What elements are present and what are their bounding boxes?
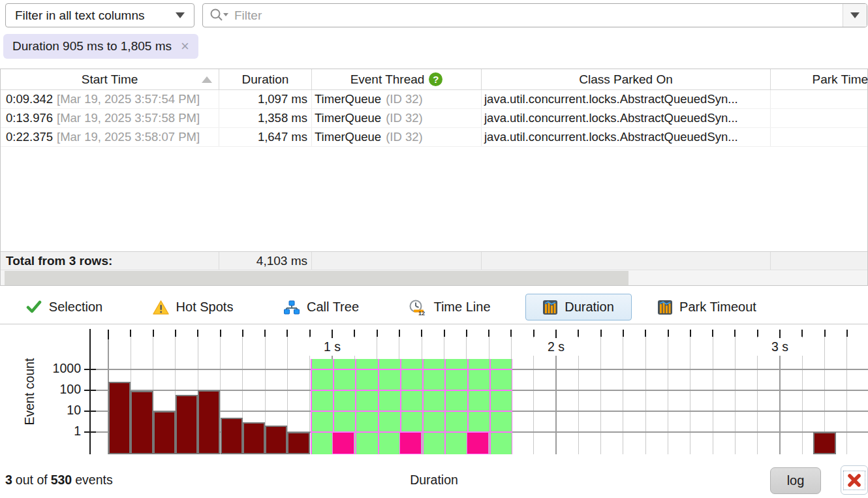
x-tick xyxy=(712,330,713,337)
y-tick xyxy=(84,431,96,433)
table-row[interactable]: 0:13.976[Mar 19, 2025 3:57:58 PM] 1,358 … xyxy=(1,109,867,128)
search-icon xyxy=(209,8,229,23)
tab-hot-spots[interactable]: Hot Spots xyxy=(129,294,257,320)
x-gridline xyxy=(131,337,131,454)
histogram-icon xyxy=(658,300,672,315)
selection-gridline xyxy=(489,359,491,454)
x-tick xyxy=(510,330,512,337)
x-tick xyxy=(309,330,311,337)
column-header-start-time[interactable]: Start Time xyxy=(1,69,219,89)
duration-filter-chip[interactable]: Duration 905 ms to 1,805 ms × xyxy=(3,34,198,59)
duration-value: 1,358 ms xyxy=(258,111,307,125)
tab-time-line[interactable]: 12 Time Line xyxy=(386,294,514,321)
help-icon[interactable]: ? xyxy=(429,72,442,86)
x-gridline xyxy=(108,337,109,454)
cell-event-thread: TimerQueue(ID 32) xyxy=(312,109,482,127)
histogram-bar[interactable] xyxy=(287,432,309,454)
table-row[interactable]: 0:09.342[Mar 19, 2025 3:57:54 PM] 1,097 … xyxy=(1,90,867,109)
close-view-button[interactable] xyxy=(841,465,868,495)
column-header-park-timeout[interactable]: Park Timeout xyxy=(771,69,868,89)
start-time-detail: [Mar 19, 2025 3:57:54 PM] xyxy=(57,92,200,106)
histogram-bar[interactable] xyxy=(153,411,176,454)
histogram-bar[interactable] xyxy=(221,418,243,454)
remove-filter-icon[interactable]: × xyxy=(181,39,189,54)
histogram-bar[interactable] xyxy=(131,391,153,454)
log-scale-toggle-button[interactable]: log xyxy=(770,467,821,494)
events-table: Start Time Duration Event Thread ? Class… xyxy=(0,69,868,286)
chevron-down-icon xyxy=(176,12,185,18)
y-gridline xyxy=(90,390,868,391)
x-gridline xyxy=(600,337,601,454)
histogram-bar[interactable] xyxy=(265,426,287,454)
x-gridline xyxy=(444,337,444,454)
tab-call-tree[interactable]: Call Tree xyxy=(257,294,386,320)
start-time-value: 0:09.342 xyxy=(6,92,53,106)
x-gridline xyxy=(265,337,266,454)
x-axis-title: Duration xyxy=(0,473,868,488)
histogram-bar[interactable] xyxy=(176,395,198,454)
x-tick xyxy=(533,330,535,337)
histogram-bar[interactable] xyxy=(198,390,220,454)
tab-selection[interactable]: Selection xyxy=(0,294,129,320)
column-header-event-thread[interactable]: Event Thread ? xyxy=(312,69,482,89)
clock-icon: 12 xyxy=(409,300,426,315)
y-tick xyxy=(84,369,96,370)
check-icon xyxy=(26,300,42,315)
y-tick-label: 1 xyxy=(39,424,81,439)
scrollbar-thumb[interactable] xyxy=(5,271,628,285)
column-header-duration[interactable]: Duration xyxy=(219,69,312,89)
x-tick xyxy=(377,330,378,337)
total-duration-text: 4,103 ms xyxy=(256,254,307,268)
x-tick-label: 1 s xyxy=(309,338,355,356)
y-axis-title: Event count xyxy=(22,346,38,437)
selected-histogram-bar[interactable] xyxy=(332,432,354,454)
filter-history-dropdown-button[interactable] xyxy=(843,4,867,27)
x-tick xyxy=(801,330,803,337)
tab-duration[interactable]: Duration xyxy=(514,294,643,320)
x-tick xyxy=(488,330,489,337)
histogram-bar[interactable] xyxy=(108,382,131,454)
x-tick xyxy=(197,330,198,337)
y-tick-label: 100 xyxy=(39,382,81,397)
thread-id: (ID 32) xyxy=(386,130,423,144)
cell-park-timeout xyxy=(771,109,868,127)
horizontal-scrollbar[interactable] xyxy=(1,270,867,285)
cell-class-parked-on: java.util.concurrent.locks.AbstractQueue… xyxy=(482,109,771,127)
close-icon xyxy=(847,473,861,488)
x-gridline xyxy=(198,337,198,454)
x-gridline xyxy=(757,337,758,454)
histogram-bar[interactable] xyxy=(813,432,835,454)
start-time-value: 0:13.976 xyxy=(6,111,53,125)
table-empty-area xyxy=(1,147,867,251)
tab-park-timeout[interactable]: Park Timeout xyxy=(643,294,771,320)
x-tick xyxy=(242,330,243,337)
x-gridline xyxy=(489,337,489,454)
start-time-value: 0:22.375 xyxy=(6,130,53,144)
x-gridline xyxy=(802,337,803,454)
x-gridline xyxy=(555,337,557,454)
table-row[interactable]: 0:22.375[Mar 19, 2025 3:58:07 PM] 1,647 … xyxy=(1,128,867,147)
selection-gridline xyxy=(512,359,512,454)
x-tick xyxy=(399,330,400,337)
histogram-bar[interactable] xyxy=(243,422,265,454)
x-tick xyxy=(287,330,288,337)
x-gridline xyxy=(287,337,288,454)
y-gridline xyxy=(90,369,868,370)
selection-gridline xyxy=(333,359,334,454)
selected-histogram-bar[interactable] xyxy=(467,432,489,454)
filter-input[interactable] xyxy=(229,4,843,27)
total-row-label: Total from 3 rows: xyxy=(1,252,219,270)
selection-gridline xyxy=(467,359,469,454)
x-tick xyxy=(757,330,758,337)
column-header-class-parked-on[interactable]: Class Parked On xyxy=(482,69,771,89)
x-tick-label: 2 s xyxy=(533,338,579,356)
x-tick xyxy=(734,330,736,337)
thread-id: (ID 32) xyxy=(386,111,423,125)
filter-column-selector[interactable]: Filter in all text columns xyxy=(5,3,194,27)
selection-region[interactable] xyxy=(311,359,512,454)
selected-histogram-bar[interactable] xyxy=(399,432,422,454)
x-gridline xyxy=(175,337,176,454)
class-name: java.util.concurrent.locks.AbstractQueue… xyxy=(484,111,738,125)
class-name: java.util.concurrent.locks.AbstractQueue… xyxy=(484,130,738,144)
x-tick xyxy=(264,330,266,337)
